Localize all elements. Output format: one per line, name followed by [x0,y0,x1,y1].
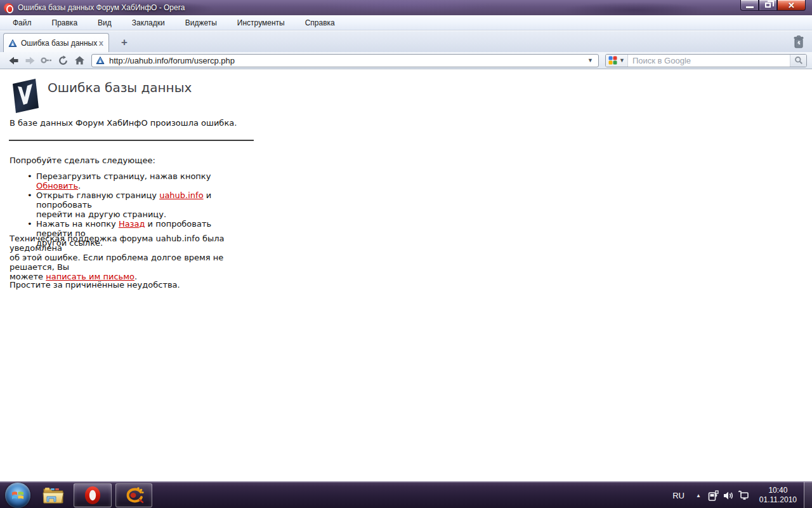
windows-flag-icon [11,490,24,501]
back-link[interactable]: Назад [119,219,145,229]
explorer-folder-icon [42,485,65,505]
url-text[interactable]: http://uahub.info/forum/usercp.php [109,56,585,65]
menu-bar: Файл Правка Вид Закладки Виджеты Инструм… [0,15,812,30]
back-icon [8,56,19,65]
site-favicon-icon [95,55,105,65]
clock[interactable]: 10:40 01.11.2010 [752,486,801,505]
list-item-text: Перезагрузить страницу, нажав кнопку [36,171,211,181]
tab-bar: Ошибка базы данных... x + [0,31,812,52]
new-tab-button[interactable]: + [117,36,131,49]
homepage-link[interactable]: uahub.info [159,190,203,200]
menu-widgets[interactable]: Виджеты [181,17,221,29]
menu-help[interactable]: Справка [301,17,339,29]
search-input[interactable]: Поиск в Google [628,56,790,65]
minimize-icon [746,6,754,8]
closed-tabs-trash-button[interactable] [790,34,807,50]
language-indicator[interactable]: RU [666,491,691,500]
usb-plug-icon [708,490,719,501]
search-engine-dropdown-icon: ▼ [619,57,625,64]
search-bar[interactable]: ▼ Поиск в Google [605,54,807,67]
search-engine-selector[interactable]: ▼ [606,55,628,67]
tab-db-error[interactable]: Ошибка базы данных... x [3,33,109,52]
taskbar-explorer-button[interactable] [39,483,67,507]
network-icon [738,490,750,500]
magnifier-icon [794,56,803,65]
reload-button[interactable] [55,53,71,67]
window-controls: ✕ [740,0,806,11]
opera-icon [83,485,102,505]
address-dropdown-icon[interactable]: ▼ [585,57,596,64]
trash-icon [793,35,804,49]
menu-file[interactable]: Файл [9,17,36,29]
show-desktop-button[interactable] [804,482,812,508]
list-item-text: Нажать на кнопку [36,219,119,229]
menu-edit[interactable]: Правка [48,17,82,29]
restore-button[interactable] [759,0,777,11]
tab-close-icon[interactable]: x [98,38,105,48]
search-go-button[interactable] [790,55,806,67]
list-item: Перезагрузить страницу, нажав кнопку Обн… [20,171,248,190]
page-title: Ошибка базы данных [48,80,192,95]
back-button[interactable] [5,53,22,67]
forward-button[interactable] [22,53,38,67]
start-button[interactable] [5,483,30,508]
opera-window: Ошибка базы данных Форум ХабИнфО - Opera… [0,0,812,508]
clock-date: 01.11.2010 [759,495,797,505]
key-icon [40,56,53,65]
speaker-icon [723,491,734,500]
system-tray: RU ▲ [666,482,801,508]
close-icon: ✕ [788,1,795,10]
vbulletin-logo [9,78,39,114]
menu-view[interactable]: Вид [94,17,115,29]
taskbar: RU ▲ [0,481,812,508]
restore-icon [765,3,771,8]
support-paragraph: Техническая поддержка форума uahub.info … [10,234,263,281]
clock-time: 10:40 [759,486,797,495]
wand-button[interactable] [38,53,55,67]
xnview-icon [123,486,145,505]
opera-logo-icon [4,3,13,13]
google-icon [608,56,617,65]
network-button[interactable] [737,482,752,508]
taskbar-opera-button[interactable] [74,483,112,507]
reload-icon [58,55,69,66]
menu-tools[interactable]: Инструменты [233,17,289,29]
list-item: Открыть главную страницу uahub.info и по… [20,190,248,219]
tray-expand-icon[interactable]: ▲ [691,493,706,498]
window-title: Ошибка базы данных Форум ХабИнфО - Opera [18,3,185,12]
navigation-bar: http://uahub.info/forum/usercp.php ▼ ▼ П… [0,52,812,69]
tab-title: Ошибка базы данных... [21,39,98,48]
titlebar[interactable]: Ошибка базы данных Форум ХабИнфО - Opera… [0,0,812,15]
close-button[interactable]: ✕ [777,0,806,11]
page-content: Ошибка базы данных В базе данных Форум Х… [0,70,812,481]
suggestions-heading: Попробуйте сделать следующее: [10,156,155,165]
error-intro-text: В базе данных Форум ХабИнфО произошла ош… [10,118,237,128]
address-bar[interactable]: http://uahub.info/forum/usercp.php ▼ [91,54,599,67]
apology-text: Простите за причинённые неудобства. [10,280,180,290]
vbulletin-favicon-icon [8,38,18,48]
minimize-button[interactable] [740,0,759,11]
list-item-text: . [78,181,81,190]
taskbar-xnview-button[interactable] [115,483,152,507]
home-button[interactable] [71,53,88,67]
divider [9,140,254,141]
volume-button[interactable] [721,482,737,508]
menu-bookmarks[interactable]: Закладки [128,17,169,29]
refresh-link[interactable]: Обновить [36,181,78,190]
list-item-text: Открыть главную страницу [36,190,159,200]
safely-remove-hardware-button[interactable] [706,482,721,508]
forward-icon [25,56,36,65]
home-icon [74,55,85,65]
